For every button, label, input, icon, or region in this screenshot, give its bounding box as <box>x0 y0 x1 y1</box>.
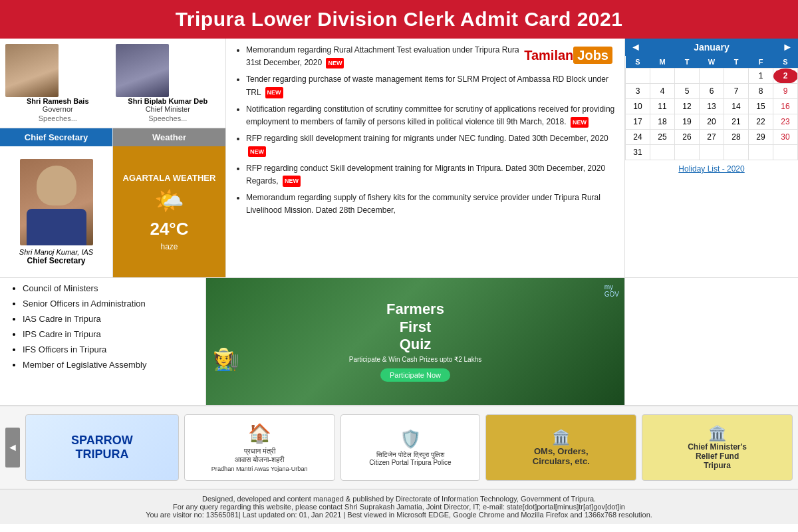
news-item-3[interactable]: Notification regarding constitution of s… <box>246 103 616 128</box>
calendar-prev-button[interactable]: ◄ <box>625 39 646 56</box>
cal-header-t2: T <box>724 56 749 68</box>
cal-day: 28 <box>724 130 749 145</box>
banner-citizen-portal[interactable]: 🛡️ सिटिजेन पोटेल त्रिपुरा पुलिशCitizen P… <box>340 414 481 481</box>
cal-day: 15 <box>749 99 773 114</box>
footer-line-3: You are visitor no: 13565081| Last updat… <box>13 511 785 519</box>
cal-day: 20 <box>700 114 724 130</box>
cal-day <box>650 68 675 84</box>
link-mla[interactable]: Member of Legislative Assembly <box>23 360 195 370</box>
news-item-5[interactable]: RFP regarding conduct Skill development … <box>246 162 616 188</box>
ad-title: FarmersFirstQuiz <box>386 301 444 353</box>
cal-header-w: W <box>700 56 724 68</box>
ad-prize-text: Participate & Win Cash Prizes upto ₹2 La… <box>349 356 481 363</box>
top-section: Shri Ramesh Bais Governor Speeches... Sh… <box>0 39 798 278</box>
governor-speeches[interactable]: Speeches... <box>5 114 110 122</box>
cal-day: 17 <box>626 114 650 130</box>
news-item-4[interactable]: RFP regarding skill development training… <box>246 132 616 158</box>
police-portal-text: सिटिजेन पोटेल त्रिपुरा पुलिशCitizen Port… <box>369 451 451 466</box>
link-senior-officers[interactable]: Senior Officers in Administration <box>23 299 195 309</box>
cm-relief-text: Chief Minister'sRelief FundTripura <box>688 442 747 470</box>
cal-day <box>675 145 700 160</box>
oms-emblem-icon: 🏛️ <box>552 429 570 446</box>
chief-img-area: Shri Manoj Kumar, IAS Chief Secretary <box>0 146 112 277</box>
calendar-next-button[interactable]: ► <box>777 39 798 56</box>
cal-header-m: M <box>650 56 675 68</box>
footer-line-2: For any query regarding this website, pl… <box>13 503 785 511</box>
weather-city: AGARTALA WEATHER <box>123 173 216 183</box>
cal-day: 19 <box>675 114 700 130</box>
quick-links-panel: Council of Ministers Senior Officers in … <box>0 278 206 405</box>
cal-header-t1: T <box>675 56 700 68</box>
ad-participate-button[interactable]: Participate Now <box>380 368 450 382</box>
cal-day: 5 <box>675 84 700 99</box>
cal-day: 11 <box>650 99 675 114</box>
gov-logo: myGOV <box>604 283 619 298</box>
cal-day: 29 <box>749 130 773 145</box>
cal-day: 8 <box>749 84 773 99</box>
officials-row: Shri Ramesh Bais Governor Speeches... Sh… <box>0 39 225 128</box>
cal-day: 27 <box>700 130 724 145</box>
oms-text: OMs, Orders,Circulars, etc. <box>533 446 590 466</box>
cal-day <box>724 145 749 160</box>
cal-day <box>650 145 675 160</box>
banner-cm-relief-fund[interactable]: 🏛️ Chief Minister'sRelief FundTripura <box>642 414 793 481</box>
cal-day: 14 <box>724 99 749 114</box>
holiday-list-link[interactable]: Holiday List - 2020 <box>625 160 798 178</box>
link-ips[interactable]: IPS Cadre in Tripura <box>23 329 195 339</box>
pm-scheme-text: प्रधान मंत्रीआवास योजना-शहरीPradhan Mant… <box>211 447 308 472</box>
cal-day: 6 <box>700 84 724 99</box>
weather-body: AGARTALA WEATHER 🌤️ 24°C haze <box>113 146 225 277</box>
page-footer: Designed, developed and content managed … <box>0 489 798 524</box>
tamilan-text: Tamilan <box>524 48 573 63</box>
link-ifs[interactable]: IFS Officers in Tripura <box>23 344 195 354</box>
cal-day-today: 2 <box>773 68 798 84</box>
new-badge: NEW <box>326 58 344 68</box>
cm-title: Chief Minister <box>116 105 221 113</box>
chief-tab[interactable]: Chief Secretary <box>0 128 112 146</box>
weather-section: Weather AGARTALA WEATHER 🌤️ 24°C haze <box>113 128 225 277</box>
cm-speeches[interactable]: Speeches... <box>116 114 221 122</box>
weather-tab[interactable]: Weather <box>113 128 225 146</box>
cal-day: 13 <box>700 99 724 114</box>
farmers-quiz-ad: myGOV 🧑‍🌾 FarmersFirstQuiz Participate &… <box>206 278 624 405</box>
weather-icon: 🌤️ <box>154 187 184 215</box>
cal-day: 26 <box>675 130 700 145</box>
cal-day: 7 <box>724 84 749 99</box>
cal-week-1: 1 2 <box>626 68 798 84</box>
weather-description: haze <box>160 242 178 251</box>
calendar-panel: ◄ January ► S M T W T F S <box>625 39 798 277</box>
banner-sparrow[interactable]: SPARROWTRIPURA <box>25 414 179 481</box>
footer-line-1: Designed, developed and content managed … <box>13 495 785 503</box>
news-item-2[interactable]: Tender regarding purchase of waste manag… <box>246 73 616 98</box>
advertisement-panel: myGOV 🧑‍🌾 FarmersFirstQuiz Participate &… <box>206 278 625 405</box>
new-badge: NEW <box>571 117 589 128</box>
cal-day: 25 <box>650 130 675 145</box>
calendar-month: January <box>646 42 777 53</box>
cal-day: 22 <box>749 114 773 130</box>
new-badge: NEW <box>248 146 266 157</box>
banner-pradhan-mantri[interactable]: 🏠 प्रधान मंत्रीआवास योजना-शहरीPradhan Ma… <box>184 414 335 481</box>
cal-day <box>773 145 798 160</box>
cal-day: 10 <box>626 99 650 114</box>
cal-day: 18 <box>650 114 675 130</box>
link-council[interactable]: Council of Ministers <box>23 283 195 293</box>
news-item-6[interactable]: Memorandum regarding supply of fishery k… <box>246 192 616 217</box>
cal-header-s1: S <box>626 56 650 68</box>
cal-day: 12 <box>675 99 700 114</box>
carousel-prev-button[interactable]: ◄ <box>5 428 20 467</box>
governor-name: Shri Ramesh Bais <box>5 97 110 105</box>
cal-day <box>700 145 724 160</box>
middle-section: Council of Ministers Senior Officers in … <box>0 278 798 406</box>
cal-day: 31 <box>626 145 650 160</box>
jobs-text: Jobs <box>573 47 612 64</box>
cm-card: Shri Biplab Kumar Deb Chief Minister Spe… <box>116 44 221 122</box>
link-ias[interactable]: IAS Cadre in Tripura <box>23 314 195 324</box>
news-panel: TamilanJobs Memorandum regarding Rural A… <box>226 39 625 277</box>
cal-week-5: 24 25 26 27 28 29 30 <box>626 130 798 145</box>
cal-day: 23 <box>773 114 798 130</box>
banner-oms-orders[interactable]: 🏛️ OMs, Orders,Circulars, etc. <box>485 414 636 481</box>
cal-week-4: 17 18 19 20 21 22 23 <box>626 114 798 130</box>
chief-weather-row: Chief Secretary Shri Manoj Kumar, IAS Ch… <box>0 128 225 277</box>
cal-header-s2: S <box>773 56 798 68</box>
cm-photo <box>116 44 169 97</box>
